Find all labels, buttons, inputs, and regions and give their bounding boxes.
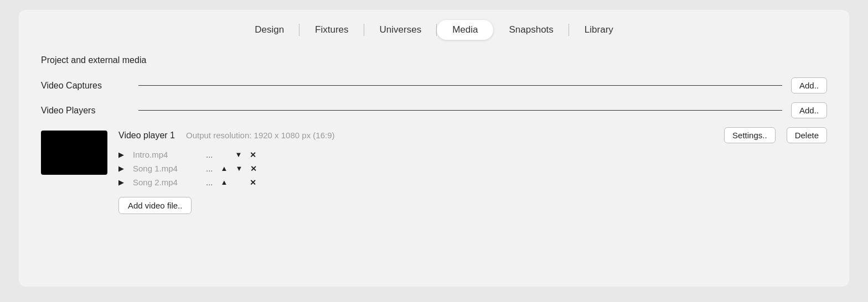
main-container: Design Fixtures Universes Media Snapshot… bbox=[19, 10, 849, 287]
move-up-button-3[interactable]: ▲ bbox=[220, 178, 229, 186]
video-player-header: Video player 1 Output resolution: 1920 x… bbox=[118, 127, 827, 143]
dots-button-1[interactable]: ... bbox=[205, 150, 214, 159]
video-captures-label: Video Captures bbox=[41, 81, 130, 91]
video-file-row: ▶ Song 1.mp4 ... ▲ ▼ ✕ bbox=[118, 163, 827, 174]
remove-button-2[interactable]: ✕ bbox=[249, 164, 258, 173]
video-thumbnail bbox=[41, 131, 107, 175]
tab-bar: Design Fixtures Universes Media Snapshot… bbox=[19, 10, 849, 40]
file-name-2: Song 1.mp4 bbox=[133, 164, 199, 173]
video-files-list: ▶ Intro.mp4 ... ▼ ✕ ▶ Song 1.mp4 ... ▲ ▼ bbox=[118, 149, 827, 188]
dots-button-2[interactable]: ... bbox=[205, 164, 214, 173]
tab-universes[interactable]: Universes bbox=[364, 20, 437, 40]
video-player-1-section: Video player 1 Output resolution: 1920 x… bbox=[41, 127, 827, 214]
remove-button-3[interactable]: ✕ bbox=[249, 178, 257, 187]
video-players-add-button[interactable]: Add.. bbox=[791, 102, 827, 118]
output-resolution: Output resolution: 1920 x 1080 px (16:9) bbox=[186, 131, 713, 140]
file-name-3: Song 2.mp4 bbox=[133, 178, 199, 187]
play-icon-3[interactable]: ▶ bbox=[118, 178, 127, 186]
move-down-button-1[interactable]: ▼ bbox=[234, 150, 244, 159]
video-player-name: Video player 1 bbox=[118, 131, 175, 140]
video-captures-divider bbox=[138, 85, 782, 86]
file-name-1: Intro.mp4 bbox=[133, 150, 199, 159]
video-players-row: Video Players Add.. bbox=[41, 102, 827, 118]
content-area: Project and external media Video Capture… bbox=[19, 40, 849, 225]
video-captures-row: Video Captures Add.. bbox=[41, 77, 827, 93]
settings-button[interactable]: Settings.. bbox=[724, 127, 776, 143]
move-up-button-2[interactable]: ▲ bbox=[220, 164, 229, 173]
delete-button[interactable]: Delete bbox=[787, 127, 827, 143]
video-captures-add-button[interactable]: Add.. bbox=[791, 77, 827, 93]
move-down-button-2[interactable]: ▼ bbox=[234, 164, 244, 173]
section-title: Project and external media bbox=[41, 55, 827, 65]
video-player-content: Video player 1 Output resolution: 1920 x… bbox=[118, 127, 827, 214]
play-icon-2[interactable]: ▶ bbox=[118, 164, 127, 173]
play-icon-1[interactable]: ▶ bbox=[118, 150, 127, 159]
tab-snapshots[interactable]: Snapshots bbox=[493, 20, 569, 40]
tab-design[interactable]: Design bbox=[239, 20, 299, 40]
tab-fixtures[interactable]: Fixtures bbox=[299, 20, 364, 40]
remove-button-1[interactable]: ✕ bbox=[249, 150, 257, 159]
video-file-row: ▶ Song 2.mp4 ... ▲ ✕ bbox=[118, 176, 827, 188]
dots-button-3[interactable]: ... bbox=[205, 178, 214, 187]
video-players-label: Video Players bbox=[41, 106, 130, 116]
add-video-file-button[interactable]: Add video file.. bbox=[118, 197, 192, 214]
video-players-divider bbox=[138, 110, 782, 111]
video-file-row: ▶ Intro.mp4 ... ▼ ✕ bbox=[118, 149, 827, 160]
tab-library[interactable]: Library bbox=[569, 20, 629, 40]
tab-media[interactable]: Media bbox=[437, 20, 493, 40]
